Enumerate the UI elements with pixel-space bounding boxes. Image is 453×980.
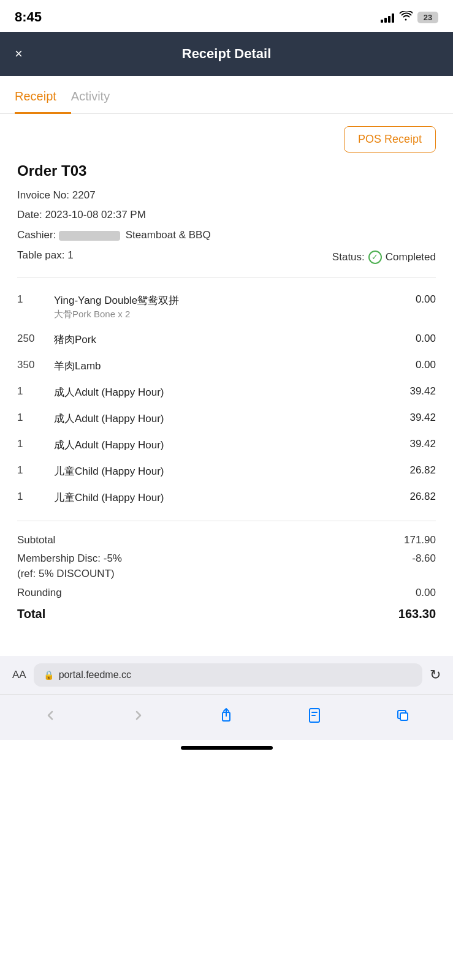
item-qty: 1 (17, 491, 54, 503)
status-icons: 23 (381, 11, 438, 24)
date-row: Date: 2023-10-08 02:37 PM (17, 206, 436, 224)
bottom-nav (0, 694, 453, 740)
item-qty: 1 (17, 293, 54, 306)
item-name: 成人Adult (Happy Hour) (54, 385, 387, 399)
date-value: 2023-10-08 02:37 PM (45, 209, 145, 221)
item-qty: 1 (17, 464, 54, 477)
list-item: 1 成人Adult (Happy Hour) 39.42 (17, 432, 436, 458)
close-button[interactable]: × (15, 46, 23, 62)
status-label: Status: (332, 251, 365, 263)
list-item: 1 儿童Child (Happy Hour) 26.82 (17, 484, 436, 511)
discount-row: Membership Disc: -5% -8.60 (17, 549, 436, 568)
list-item: 1 Ying-Yang Double鸳鸯双拼 大骨Pork Bone x 2 0… (17, 287, 436, 326)
rounding-value: 0.00 (416, 587, 436, 599)
invoice-number: 2207 (72, 189, 96, 201)
pos-receipt-button[interactable]: POS Receipt (344, 126, 436, 153)
content-area: POS Receipt Order T03 Invoice No: 2207 D… (0, 114, 453, 637)
date-label: Date: (17, 209, 42, 221)
item-name-container: 羊肉Lamb (54, 359, 387, 373)
invoice-label: Invoice No: (17, 189, 69, 201)
home-bar (181, 746, 273, 750)
list-item: 1 儿童Child (Happy Hour) 26.82 (17, 458, 436, 484)
table-pax: Table pax: 1 (17, 247, 74, 265)
subtotal-row: Subtotal 171.90 (17, 531, 436, 549)
item-price: 39.42 (387, 385, 436, 398)
item-name: 羊肉Lamb (54, 359, 387, 373)
order-title: Order T03 (17, 162, 436, 179)
browser-aa[interactable]: AA (12, 669, 26, 681)
cashier-row: Cashier: Steamboat & BBQ (17, 227, 436, 244)
browser-bar: AA 🔒 portal.feedme.cc ↻ (0, 656, 453, 694)
tabs-container: Receipt Activity (0, 78, 453, 114)
check-circle-icon: ✓ (368, 251, 382, 264)
tab-receipt[interactable]: Receipt (15, 78, 71, 114)
discount-label: Membership Disc: -5% (17, 552, 122, 565)
item-price: 26.82 (387, 464, 436, 477)
back-button[interactable] (32, 703, 69, 728)
tab-activity[interactable]: Activity (71, 78, 124, 114)
item-name-container: 儿童Child (Happy Hour) (54, 464, 387, 478)
item-name: 成人Adult (Happy Hour) (54, 438, 387, 452)
discount-note-row: (ref: 5% DISCOUNT) (17, 568, 436, 584)
item-sub: 大骨Pork Bone x 2 (54, 309, 387, 320)
list-item: 250 猪肉Pork 0.00 (17, 326, 436, 353)
rounding-label: Rounding (17, 587, 62, 599)
item-price: 0.00 (387, 333, 436, 345)
browser-url: portal.feedme.cc (59, 669, 131, 680)
item-name-container: 成人Adult (Happy Hour) (54, 385, 387, 399)
item-price: 39.42 (387, 438, 436, 450)
lock-icon: 🔒 (44, 670, 54, 680)
status-value: Completed (386, 251, 436, 263)
status-badge: Status: ✓ Completed (332, 251, 436, 264)
status-row: Table pax: 1 Status: ✓ Completed (17, 247, 436, 267)
item-name: 猪肉Pork (54, 333, 387, 347)
battery-icon: 23 (417, 12, 438, 23)
item-name: 儿童Child (Happy Hour) (54, 464, 387, 478)
browser-url-box[interactable]: 🔒 portal.feedme.cc (34, 663, 422, 687)
tabs-button[interactable] (384, 703, 421, 728)
signal-icon (381, 12, 394, 23)
nav-bar: × Receipt Detail (0, 32, 453, 76)
item-name-container: Ying-Yang Double鸳鸯双拼 大骨Pork Bone x 2 (54, 293, 387, 320)
list-item: 350 羊肉Lamb 0.00 (17, 353, 436, 379)
item-name-container: 成人Adult (Happy Hour) (54, 412, 387, 426)
forward-button[interactable] (120, 703, 157, 728)
pos-receipt-row: POS Receipt (17, 126, 436, 153)
invoice-row: Invoice No: 2207 (17, 187, 436, 205)
cashier-suffix: Steamboat & BBQ (126, 229, 211, 241)
list-item: 1 成人Adult (Happy Hour) 39.42 (17, 379, 436, 405)
summary-section: Subtotal 171.90 Membership Disc: -5% -8.… (17, 531, 436, 624)
status-bar: 8:45 23 (0, 0, 453, 32)
discount-note: (ref: 5% DISCOUNT) (17, 568, 115, 580)
order-items-list: 1 Ying-Yang Double鸳鸯双拼 大骨Pork Bone x 2 0… (17, 287, 436, 511)
item-price: 0.00 (387, 293, 436, 306)
home-indicator (0, 740, 453, 760)
divider-top (17, 277, 436, 277)
refresh-button[interactable]: ↻ (430, 667, 441, 683)
divider-summary (17, 521, 436, 521)
wifi-icon (399, 11, 413, 24)
cashier-blur (59, 231, 120, 241)
subtotal-label: Subtotal (17, 534, 55, 546)
item-qty: 250 (17, 333, 54, 345)
svg-rect-3 (400, 713, 408, 720)
nav-title: Receipt Detail (182, 46, 272, 62)
share-button[interactable] (208, 703, 245, 728)
item-name: 成人Adult (Happy Hour) (54, 412, 387, 426)
total-value: 163.30 (398, 607, 436, 621)
item-name-container: 儿童Child (Happy Hour) (54, 491, 387, 505)
discount-value: -8.60 (412, 552, 436, 565)
bookmarks-button[interactable] (296, 703, 333, 728)
cashier-label: Cashier: (17, 229, 56, 241)
item-name: 儿童Child (Happy Hour) (54, 491, 387, 505)
item-name: Ying-Yang Double鸳鸯双拼 (54, 293, 387, 307)
item-qty: 350 (17, 359, 54, 371)
item-qty: 1 (17, 412, 54, 424)
item-qty: 1 (17, 385, 54, 398)
item-qty: 1 (17, 438, 54, 450)
rounding-row: Rounding 0.00 (17, 584, 436, 602)
item-price: 39.42 (387, 412, 436, 424)
total-label: Total (17, 607, 45, 621)
total-row: Total 163.30 (17, 602, 436, 624)
item-price: 26.82 (387, 491, 436, 503)
